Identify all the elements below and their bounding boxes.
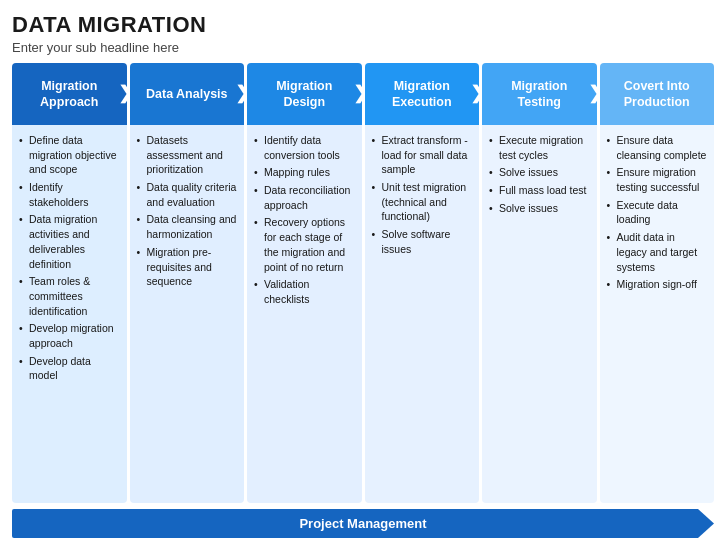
list-item: Solve software issues	[372, 227, 473, 256]
list-item: Audit data in legacy and target systems	[607, 230, 708, 274]
column-5: Migration TestingExecute migration test …	[482, 63, 597, 503]
column-2: Data AnalysisDatasets assessment and pri…	[130, 63, 245, 503]
list-item: Team roles & committees identification	[19, 274, 120, 318]
list-item: Ensure migration testing successful	[607, 165, 708, 194]
col-header-6: Covert Into Production	[600, 63, 715, 125]
col-body-6: Ensure data cleansing completeEnsure mig…	[600, 125, 715, 503]
subtitle: Enter your sub headline here	[12, 40, 714, 55]
columns-wrapper: Migration ApproachDefine data migration …	[12, 63, 714, 503]
list-item: Solve issues	[489, 165, 590, 180]
list-item: Execute data loading	[607, 198, 708, 227]
footer-label: Project Management	[299, 516, 426, 531]
column-1: Migration ApproachDefine data migration …	[12, 63, 127, 503]
list-item: Data reconciliation approach	[254, 183, 355, 212]
list-item: Develop data model	[19, 354, 120, 383]
list-item: Migration sign-off	[607, 277, 708, 292]
col-header-3: Migration Design	[247, 63, 362, 125]
col-header-1: Migration Approach	[12, 63, 127, 125]
col-body-1: Define data migration objective and scop…	[12, 125, 127, 503]
col-body-5: Execute migration test cyclesSolve issue…	[482, 125, 597, 503]
header: DATA MIGRATION Enter your sub headline h…	[12, 12, 714, 55]
list-item: Unit test migration (technical and funct…	[372, 180, 473, 224]
list-item: Identify stakeholders	[19, 180, 120, 209]
list-item: Develop migration approach	[19, 321, 120, 350]
main-title: DATA MIGRATION	[12, 12, 714, 38]
list-item: Extract transform - load for small data …	[372, 133, 473, 177]
col-header-4: Migration Execution	[365, 63, 480, 125]
list-item: Datasets assessment and prioritization	[137, 133, 238, 177]
list-item: Validation checklists	[254, 277, 355, 306]
list-item: Execute migration test cycles	[489, 133, 590, 162]
column-6: Covert Into ProductionEnsure data cleans…	[600, 63, 715, 503]
list-item: Data migration activities and deliverabl…	[19, 212, 120, 271]
list-item: Recovery options for each stage of the m…	[254, 215, 355, 274]
footer-bar: Project Management	[12, 509, 714, 538]
col-header-5: Migration Testing	[482, 63, 597, 125]
list-item: Mapping rules	[254, 165, 355, 180]
col-header-2: Data Analysis	[130, 63, 245, 125]
list-item: Ensure data cleansing complete	[607, 133, 708, 162]
list-item: Full mass load test	[489, 183, 590, 198]
list-item: Data quality criteria and evaluation	[137, 180, 238, 209]
list-item: Solve issues	[489, 201, 590, 216]
list-item: Identify data conversion tools	[254, 133, 355, 162]
col-body-2: Datasets assessment and prioritizationDa…	[130, 125, 245, 503]
list-item: Data cleansing and harmonization	[137, 212, 238, 241]
column-4: Migration ExecutionExtract transform - l…	[365, 63, 480, 503]
list-item: Define data migration objective and scop…	[19, 133, 120, 177]
column-3: Migration DesignIdentify data conversion…	[247, 63, 362, 503]
page: DATA MIGRATION Enter your sub headline h…	[0, 0, 726, 546]
col-body-4: Extract transform - load for small data …	[365, 125, 480, 503]
col-body-3: Identify data conversion toolsMapping ru…	[247, 125, 362, 503]
list-item: Migration pre-requisites and sequence	[137, 245, 238, 289]
